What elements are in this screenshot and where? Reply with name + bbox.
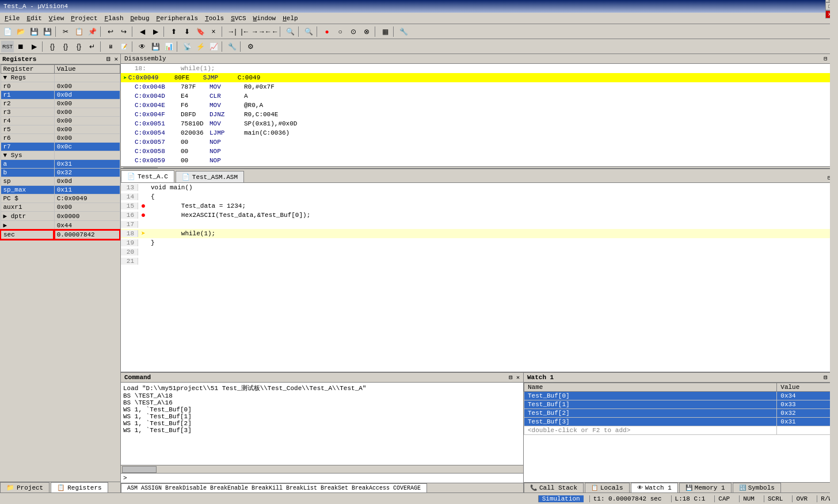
rst-button[interactable]: RST	[1, 41, 14, 52]
watch-float-btn[interactable]: ⊟	[824, 375, 827, 381]
tab-registers-label: Registers	[67, 484, 101, 491]
tab-locals[interactable]: 📋 Locals	[585, 483, 630, 492]
tab-call-stack[interactable]: 📞 Call Stack	[524, 483, 584, 492]
zoom-button[interactable]: 🔍	[302, 26, 315, 37]
command-close-btn[interactable]: ✕	[516, 375, 520, 381]
menu-tools[interactable]: Tools	[201, 14, 227, 23]
debug-trace-btn[interactable]: 📈	[207, 41, 220, 52]
outdent2-button[interactable]: ←←	[265, 26, 278, 37]
table-row: C:0x004F D8FD DJNZ R0,C:004E	[121, 110, 838, 119]
expand-icon[interactable]: ▶	[3, 213, 7, 220]
debug-mem-btn[interactable]: 💾	[149, 41, 162, 52]
table-row: <double-click or F2 to add>	[524, 426, 838, 435]
command-controls: ⊟ ✕	[509, 374, 520, 381]
step-button[interactable]: ○	[334, 26, 346, 37]
debug-logic-btn[interactable]: ⚡	[194, 41, 207, 52]
expand-icon[interactable]: ▶	[3, 222, 7, 229]
undo-button[interactable]: ↩	[104, 26, 117, 37]
separator-13	[132, 41, 134, 52]
save-button[interactable]: 💾	[28, 26, 40, 37]
menu-edit[interactable]: Edit	[23, 14, 45, 23]
line-code: Test_data = 1234;	[148, 203, 246, 209]
settings-button[interactable]: 🔧	[397, 26, 410, 37]
code-line-21: 21	[121, 257, 838, 266]
brace-btn2[interactable]: {}	[59, 41, 72, 52]
brace-btn1[interactable]: {}	[46, 41, 59, 52]
menu-file[interactable]: File	[1, 14, 23, 23]
indent-button[interactable]: →|	[226, 26, 238, 37]
nav-fwd-button[interactable]: ▶	[149, 26, 162, 37]
debug-asm-btn[interactable]: 📝	[117, 41, 130, 52]
table-row: Test_Buf[1] 0x33	[524, 400, 838, 409]
scroll-thumb[interactable]	[122, 466, 157, 473]
paste-button[interactable]: 📌	[86, 26, 98, 37]
arrow-btn[interactable]: ↵	[86, 41, 98, 52]
open-button[interactable]: 📂	[14, 26, 27, 37]
reset-button[interactable]: ⊗	[360, 26, 373, 37]
redo-button[interactable]: ↪	[117, 26, 130, 37]
reg-value: 0x44	[54, 221, 120, 231]
disassembly-float-btn[interactable]: ⊟	[824, 56, 827, 62]
table-row: C:0x0054 020036 LJMP main(C:0036)	[121, 128, 838, 138]
table-row: C:0x0059 00 NOP	[121, 156, 838, 165]
reg-name: b	[1, 169, 54, 177]
command-float-btn[interactable]: ⊟	[509, 375, 512, 381]
bookmark-prev-button[interactable]: ⬆	[167, 26, 180, 37]
tab-project[interactable]: 📁 Project	[0, 482, 49, 492]
new-button[interactable]: 📄	[1, 26, 14, 37]
tab-memory-1[interactable]: 💾 Memory 1	[679, 483, 732, 492]
tab-symbols[interactable]: 🔣 Symbols	[733, 483, 781, 492]
registers-float-button[interactable]: ⊟	[106, 56, 111, 63]
registers-close-button[interactable]: ✕	[114, 56, 118, 63]
bookmark-button[interactable]: 🔖	[194, 26, 207, 37]
table-row: ▼ Regs	[1, 74, 120, 82]
debug-btn2[interactable]: ▶	[28, 41, 40, 52]
debug-perf-btn[interactable]: 📊	[162, 41, 175, 52]
debug-extra-btn[interactable]: 🔧	[226, 41, 238, 52]
debug-btn1[interactable]: ⏹	[14, 41, 27, 52]
editor-vscroll[interactable]	[830, 169, 838, 372]
table-row: C:0x0058 00 NOP	[121, 147, 838, 156]
menu-project[interactable]: Project	[67, 14, 101, 23]
table-row: r3 0x00	[1, 108, 120, 117]
command-input[interactable]	[127, 475, 521, 482]
bookmark-next-button[interactable]: ⬇	[181, 26, 193, 37]
expand-icon[interactable]: ▼	[3, 74, 7, 81]
toolbar-extra-btn[interactable]: ⚙	[244, 41, 257, 52]
tab-command[interactable]: ASM ASSIGN BreakDisable BreakEnable Brea…	[121, 483, 427, 492]
menu-window[interactable]: Window	[250, 14, 280, 23]
window-btn[interactable]: ▦	[379, 26, 391, 37]
debug-serial-btn[interactable]: 📡	[181, 41, 193, 52]
watch-content: Name Value Test_Buf[0] 0x34 Test_Buf[1]	[524, 383, 838, 482]
tab-test-asm[interactable]: 📄 Test_ASM.ASM	[176, 171, 244, 182]
menu-help[interactable]: Help	[279, 14, 301, 23]
menu-flash[interactable]: Flash	[101, 14, 127, 23]
tab-registers[interactable]: 📋 Registers	[51, 482, 108, 492]
menu-debug[interactable]: Debug	[127, 14, 153, 23]
brace-btn3[interactable]: {}	[73, 41, 85, 52]
run-button[interactable]: ●	[321, 26, 333, 37]
indent2-button[interactable]: →→	[252, 26, 265, 37]
menu-svcs[interactable]: SVCS	[227, 14, 249, 23]
stop-button[interactable]: ⊙	[347, 26, 360, 37]
debug-mode-btn[interactable]: 🖥	[104, 41, 117, 52]
disasm-op: @R0,A	[244, 102, 263, 109]
table-row: r2 0x00	[1, 100, 120, 108]
separator-16	[240, 41, 242, 52]
copy-button[interactable]: 📋	[73, 26, 85, 37]
cut-button[interactable]: ✂	[59, 26, 72, 37]
find-button[interactable]: 🔍	[284, 26, 296, 37]
expand-icon[interactable]: ▼	[3, 152, 7, 159]
menu-peripherals[interactable]: Peripherals	[153, 14, 202, 23]
nav-back-button[interactable]: ◀	[136, 26, 148, 37]
debug-watch-btn[interactable]: 👁	[136, 41, 148, 52]
menu-view[interactable]: View	[45, 14, 67, 23]
tab-test-a-c[interactable]: 📄 Test_A.C	[121, 170, 174, 182]
tab-watch-1[interactable]: 👁 Watch 1	[631, 483, 678, 492]
command-hscroll[interactable]	[121, 465, 523, 473]
tab-symbols-label: Symbols	[748, 484, 775, 491]
file-icon: 📄	[182, 173, 190, 181]
outdent-button[interactable]: |←	[239, 26, 252, 37]
bookmark-clear-button[interactable]: ×	[207, 26, 220, 37]
save-all-button[interactable]: 💾	[41, 26, 54, 37]
